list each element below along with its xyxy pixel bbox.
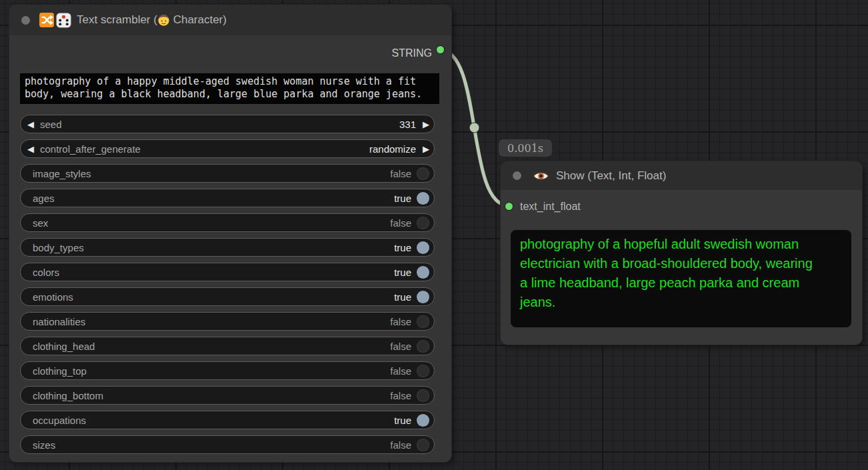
widget-label: ages — [33, 193, 55, 204]
widget-control_after_generate[interactable]: ◀ control_after_generate randomize ▶ — [20, 139, 435, 158]
toggle-knob[interactable] — [417, 414, 429, 427]
widget-value: 331 — [399, 119, 416, 130]
widget-emotions[interactable]: ◀ emotions true ▶ — [20, 287, 435, 306]
widget-value: false — [390, 217, 411, 229]
widget-label: emotions — [33, 291, 73, 303]
increment-arrow-icon[interactable]: ▶ — [423, 120, 429, 129]
person-icon — [157, 14, 170, 27]
node-title-prefix: Text scrambler ( — [77, 13, 157, 27]
widget-label: seed — [40, 119, 62, 130]
widget-value: false — [390, 390, 411, 401]
eye-icon — [532, 170, 550, 182]
widget-label: colors — [33, 267, 59, 278]
decrement-arrow-icon[interactable]: ◀ — [27, 145, 34, 153]
widget-label: clothing_top — [33, 365, 87, 377]
widget-value: true — [394, 415, 411, 426]
die-icon — [56, 13, 71, 28]
widget-nationalities[interactable]: ◀ nationalities false ▶ — [20, 312, 435, 331]
text-scrambler-node[interactable]: Text scrambler ( Character) STRING photo… — [9, 5, 451, 462]
toggle-knob[interactable] — [417, 266, 429, 279]
widget-sizes[interactable]: ◀ sizes false ▶ — [20, 435, 435, 454]
widget-clothing_bottom[interactable]: ◀ clothing_bottom false ▶ — [20, 386, 435, 405]
widget-label: occupations — [33, 415, 86, 426]
widget-label: nationalities — [33, 316, 85, 327]
shuffle-icon — [39, 13, 54, 27]
widget-list: ◀ seed 331 ▶ ◀ control_after_generate ra… — [20, 115, 435, 460]
widget-value: false — [390, 316, 411, 327]
collapse-dot[interactable] — [21, 16, 30, 25]
widget-body_types[interactable]: ◀ body_types true ▶ — [20, 238, 435, 257]
text-scrambler-titlebar[interactable]: Text scrambler ( Character) — [9, 5, 451, 35]
result-display[interactable]: photography of a hopeful adult swedish w… — [511, 230, 851, 327]
widget-value: true — [394, 267, 411, 278]
link-midpoint-dot[interactable] — [469, 123, 479, 133]
widget-value: false — [390, 365, 411, 377]
widget-label: image_styles — [33, 168, 91, 179]
widget-value: randomize — [369, 143, 416, 155]
widget-label: body_types — [33, 242, 84, 253]
widget-label: control_after_generate — [40, 143, 141, 155]
toggle-knob[interactable] — [417, 192, 429, 205]
input-slot-label: text_int_float — [520, 201, 581, 213]
toggle-knob[interactable] — [417, 439, 429, 451]
prompt-textarea[interactable]: photography of a happy middle-aged swedi… — [20, 73, 439, 104]
increment-arrow-icon[interactable]: ▶ — [423, 145, 429, 153]
show-node-titlebar[interactable]: Show (Text, Int, Float) — [501, 161, 862, 190]
widget-image_styles[interactable]: ◀ image_styles false ▶ — [20, 164, 435, 183]
widget-label: sex — [33, 217, 48, 229]
widget-value: true — [394, 291, 411, 303]
result-text: photography of a hopeful adult swedish w… — [520, 235, 819, 312]
widget-value: true — [394, 242, 411, 253]
widget-value: false — [390, 439, 411, 451]
toggle-knob[interactable] — [417, 167, 429, 180]
execution-time-badge: 0.001s — [499, 139, 552, 157]
toggle-knob[interactable] — [417, 291, 429, 303]
widget-label: clothing_bottom — [33, 390, 103, 401]
widget-value: true — [394, 193, 411, 204]
widget-sex[interactable]: ◀ sex false ▶ — [20, 213, 435, 232]
toggle-knob[interactable] — [417, 315, 429, 328]
node-title: Show (Text, Int, Float) — [556, 169, 666, 183]
show-text-node[interactable]: Show (Text, Int, Float) text_int_float p… — [501, 161, 862, 345]
toggle-knob[interactable] — [417, 340, 429, 353]
widget-label: clothing_head — [33, 341, 95, 352]
toggle-knob[interactable] — [417, 241, 429, 254]
text-int-float-input-slot[interactable] — [505, 203, 513, 210]
toggle-knob[interactable] — [417, 217, 429, 229]
collapse-dot[interactable] — [513, 171, 521, 180]
widget-ages[interactable]: ◀ ages true ▶ — [20, 189, 435, 207]
widget-clothing_head[interactable]: ◀ clothing_head false ▶ — [20, 337, 435, 355]
widget-value: false — [390, 341, 411, 352]
widget-occupations[interactable]: ◀ occupations true ▶ — [20, 411, 435, 429]
string-output-slot[interactable] — [437, 46, 444, 53]
toggle-knob[interactable] — [417, 365, 429, 377]
node-title-suffix: Character) — [170, 13, 227, 27]
widget-label: sizes — [33, 439, 55, 451]
decrement-arrow-icon[interactable]: ◀ — [27, 120, 34, 129]
widget-value: false — [390, 168, 411, 179]
output-slot-label: STRING — [392, 47, 432, 59]
widget-colors[interactable]: ◀ colors true ▶ — [20, 263, 435, 281]
widget-clothing_top[interactable]: ◀ clothing_top false ▶ — [20, 361, 435, 380]
toggle-knob[interactable] — [417, 389, 429, 402]
widget-seed[interactable]: ◀ seed 331 ▶ — [20, 115, 435, 133]
